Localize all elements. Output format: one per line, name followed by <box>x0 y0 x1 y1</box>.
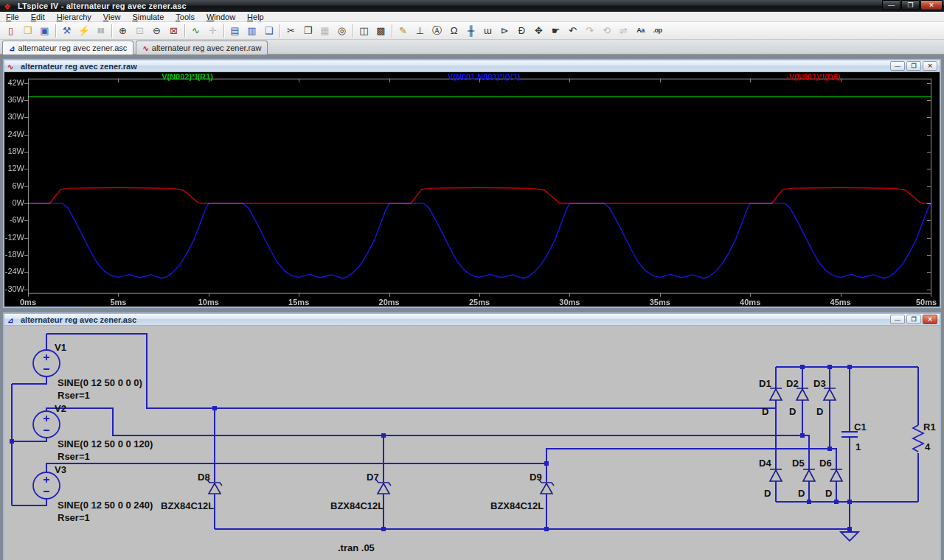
tran-directive: .tran .05 <box>338 542 375 553</box>
restore-button[interactable]: ❐ <box>901 0 920 10</box>
d2-name: D2 <box>786 378 799 389</box>
trace-label-blue[interactable]: V(N001,N003)*I(V1) <box>448 72 520 81</box>
resistor-r1[interactable] <box>913 425 923 452</box>
d8-model: BZX84C12L <box>161 500 214 511</box>
waveform-restore-button[interactable]: ❐ <box>906 61 921 71</box>
menu-simulate[interactable]: Simulate <box>126 12 170 22</box>
x-axis-tick-label: 15ms <box>288 298 309 307</box>
waveform-minimize-button[interactable]: — <box>890 61 905 71</box>
d3-model: D <box>816 406 823 417</box>
menu-help[interactable]: Help <box>241 12 270 22</box>
place-diode-icon[interactable]: ⊳ <box>496 23 513 38</box>
menu-tools[interactable]: Tools <box>170 12 201 22</box>
schematic-window-titlebar[interactable]: ⊿ alternateur reg avec zener.asc — ❐ ✕ <box>4 314 940 326</box>
new-schematic-icon[interactable]: ▯ <box>2 23 19 38</box>
v1-param: Rser=1 <box>58 390 90 401</box>
tab-bar: ⊿ alternateur reg avec zener.asc ∿ alter… <box>0 40 944 55</box>
mdi-area: ∿ alternateur reg avec zener.raw — ❐ ✕ 4… <box>0 55 944 560</box>
minimize-button[interactable]: — <box>882 0 900 10</box>
run-simulation-icon[interactable]: ⚡ <box>75 23 92 38</box>
waveform-canvas[interactable] <box>4 72 940 307</box>
r1-value: 4 <box>925 441 931 452</box>
zoom-in-icon[interactable]: ⊕ <box>114 23 131 38</box>
v2-param: Rser=1 <box>58 451 90 462</box>
zener-diodes[interactable] <box>207 480 554 494</box>
x-axis-tick-label: 0ms <box>20 298 36 307</box>
menu-window[interactable]: Window <box>201 12 241 22</box>
y-axis-tick-label: 42W <box>4 78 24 87</box>
copy-icon[interactable]: ❐ <box>299 23 316 38</box>
place-inductor-icon[interactable]: ɯ <box>479 23 496 38</box>
schematic-drawing[interactable]: V1 SINE(0 12 50 0 0 0) Rser=1 V2 SINE(0 … <box>4 326 940 560</box>
tab-waveform[interactable]: ∿ alternateur reg avec zener.raw <box>136 41 268 55</box>
place-component-icon[interactable]: Ð <box>513 23 530 38</box>
d4-name: D4 <box>759 458 771 469</box>
capacitor-c1[interactable] <box>841 432 858 437</box>
place-net-label-icon[interactable]: Ⓐ <box>428 23 445 38</box>
autorange-y-axis-icon[interactable]: ∿ <box>187 23 204 38</box>
zoom-out-icon[interactable]: ⊖ <box>148 23 165 38</box>
tab-schematic[interactable]: ⊿ alternateur reg avec zener.asc <box>2 41 133 55</box>
menu-hierarchy[interactable]: Hierarchy <box>51 12 97 22</box>
toolbar-separator <box>223 24 224 38</box>
cascade-windows-icon[interactable]: ❏ <box>260 23 277 38</box>
place-capacitor-icon[interactable]: ╫ <box>462 23 479 38</box>
drag-icon[interactable]: ☛ <box>547 23 564 38</box>
trace-label-red[interactable]: -V(N001)*I(D8) <box>786 72 840 81</box>
find-icon[interactable]: ◎ <box>333 23 350 38</box>
place-resistor-icon[interactable]: Ω <box>445 23 462 38</box>
open-file-icon[interactable]: ❒ <box>19 23 36 38</box>
print-preview-icon[interactable]: ◫ <box>355 23 372 38</box>
tab-schematic-label: alternateur reg avec zener.asc <box>18 43 127 52</box>
zoom-area-icon: ⊡ <box>131 23 148 38</box>
trace-label-green[interactable]: V(N002)*I(R1) <box>162 72 213 81</box>
toolbar-separator <box>184 24 185 38</box>
undo-icon[interactable]: ↶ <box>564 23 581 38</box>
schematic-restore-button[interactable]: ❐ <box>906 315 921 324</box>
menu-view[interactable]: View <box>97 12 127 22</box>
tile-horizontally-icon[interactable]: ▤ <box>226 23 243 38</box>
component-labels: V1 SINE(0 12 50 0 0 0) Rser=1 V2 SINE(0 … <box>55 342 936 553</box>
waveform-window-titlebar[interactable]: ∿ alternateur reg avec zener.raw — ❐ ✕ <box>4 60 940 72</box>
menu-edit[interactable]: Edit <box>25 12 51 22</box>
y-axis-tick-label: 18W <box>4 147 24 155</box>
y-axis-tick-label: -12W <box>4 233 24 242</box>
d1-model: D <box>762 406 768 417</box>
window-title: LTspice IV - alternateur reg avec zener.… <box>18 0 187 12</box>
schematic-canvas[interactable]: V1 SINE(0 12 50 0 0 0) Rser=1 V2 SINE(0 … <box>4 326 940 560</box>
voltage-source-v2[interactable] <box>33 411 60 438</box>
tile-vertically-icon[interactable]: ▥ <box>243 23 260 38</box>
print-icon[interactable]: ▩ <box>372 23 389 38</box>
paste-icon: ▦ <box>316 23 333 38</box>
schematic-close-button[interactable]: ✕ <box>923 315 937 324</box>
d5-name: D5 <box>792 458 805 469</box>
waveform-plot-area[interactable]: 42W36W30W24W18W12W6W0W-6W-12W-18W-24W-30… <box>4 72 940 307</box>
halt-simulation-icon: ▮▮ <box>92 23 109 38</box>
control-panel-icon[interactable]: ⚒ <box>58 23 75 38</box>
d4-model: D <box>764 488 771 499</box>
move-icon[interactable]: ✥ <box>530 23 547 38</box>
toolbar-separator <box>280 24 280 38</box>
menu-file[interactable]: File <box>0 12 25 22</box>
toolbar: ▯❒▣⚒⚡▮▮⊕⊡⊖⊠∿✛▤▥❏✂❐▦◎◫▩✎⊥ⒶΩ╫ɯ⊳Ð✥☛↶↷⟲⇌Aa.o… <box>0 22 944 40</box>
close-button[interactable]: ✕ <box>920 0 943 10</box>
schematic-minimize-button[interactable]: — <box>890 315 905 324</box>
draw-wire-icon[interactable]: ✎ <box>395 23 412 38</box>
waveform-close-button[interactable]: ✕ <box>923 61 937 71</box>
save-icon[interactable]: ▣ <box>36 23 53 38</box>
v2-value: SINE(0 12 50 0 0 120) <box>58 438 153 449</box>
voltage-source-v1[interactable] <box>33 350 60 377</box>
zoom-full-extents-icon[interactable]: ⊠ <box>165 23 182 38</box>
y-axis-tick-label: 6W <box>4 181 24 190</box>
d6-model: D <box>825 488 832 499</box>
v3-value: SINE(0 12 50 0 0 240) <box>58 500 153 511</box>
place-text-icon[interactable]: Aa <box>632 23 649 38</box>
d9-name: D9 <box>530 472 542 483</box>
voltage-source-v3[interactable] <box>33 472 60 499</box>
place-ground-icon[interactable]: ⊥ <box>412 23 428 38</box>
toolbar-separator <box>353 24 353 38</box>
cut-icon[interactable]: ✂ <box>282 23 299 38</box>
spice-directive-icon[interactable]: .op <box>649 23 666 38</box>
y-axis-tick-label: 30W <box>4 112 24 121</box>
redo-icon: ↷ <box>581 23 598 38</box>
